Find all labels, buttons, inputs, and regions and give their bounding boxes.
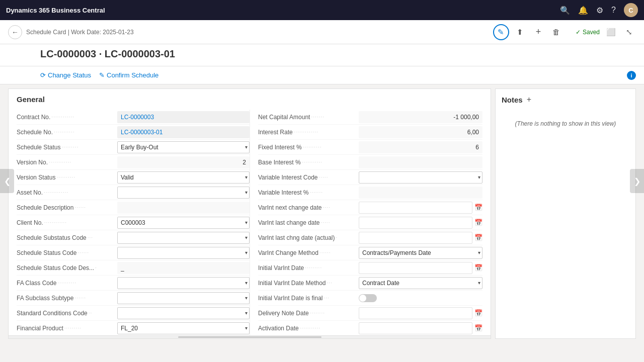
base-interest-pct-input[interactable] [359, 156, 482, 168]
field-row-version-status: Version Status·········· Valid Draft Con… [17, 170, 250, 185]
schedule-no-input[interactable] [117, 126, 250, 138]
financial-product-label: Financial Product········· [17, 325, 117, 332]
field-row-client-no: Client No.············ C000003 ▾ [17, 215, 250, 230]
interest-rate-label: Interest Rate············· [258, 129, 359, 136]
fa-subclass-subtype-select[interactable] [117, 292, 250, 304]
fixed-interest-pct-input[interactable] [359, 141, 482, 153]
initial-varint-date-method-select[interactable]: Contract Date [359, 277, 482, 289]
bell-icon[interactable]: 🔔 [578, 6, 588, 15]
calendar-icon[interactable]: 📅 [474, 204, 482, 211]
form-panel: General Contract No.············ Schedul… [8, 88, 491, 339]
top-icons: 🔍 🔔 ⚙ ? C [560, 3, 638, 17]
field-row-schedule-description: Schedule Description······ [17, 200, 250, 215]
expand-button[interactable]: ⤡ [622, 25, 636, 39]
base-interest-pct-label: Base Interest %··········· [258, 159, 359, 166]
fixed-interest-pct-label: Fixed Interest %·········· [258, 144, 359, 151]
varint-last-chng-date-actual-input[interactable] [359, 232, 472, 244]
calendar-icon[interactable]: 📅 [474, 324, 482, 332]
schedule-status-select[interactable]: Early Buy-Out Active Closed [117, 141, 250, 153]
next-nav-arrow[interactable]: ❯ [630, 169, 644, 193]
standard-conditions-code-select[interactable] [117, 307, 250, 319]
notes-empty-message: (There is nothing to show in this view) [502, 120, 629, 127]
scroll-thumb[interactable] [178, 336, 321, 338]
field-row-variable-interest-pct: Variable Interest %······· [258, 185, 482, 200]
right-column: Net Capital Amount······· Interest Rate·… [250, 110, 482, 335]
version-status-select[interactable]: Valid Draft Confirmed [117, 171, 250, 184]
prev-nav-arrow[interactable]: ❮ [0, 169, 14, 193]
financial-product-select-wrapper: FL_20 ▾ [117, 322, 250, 334]
initial-varint-date-is-final-toggle[interactable] [359, 294, 377, 302]
notes-header: Notes + [502, 95, 629, 104]
initial-varint-date-method-select-wrapper: Contract Date ▾ [359, 277, 482, 289]
confirm-schedule-button[interactable]: ✎ Confirm Schedule [99, 69, 158, 81]
schedule-substatus-code-select[interactable] [117, 232, 250, 244]
field-row-schedule-substatus-code: Schedule Substatus Code··· ▾ [17, 230, 250, 245]
varint-change-method-label: VarInt Change Method······ [258, 249, 359, 256]
varint-next-change-date-label: VarInt next change date···· [258, 204, 359, 211]
notes-add-button[interactable]: + [527, 95, 531, 104]
version-status-select-wrapper: Valid Draft Confirmed ▾ [117, 171, 250, 184]
new-window-button[interactable]: ⬜ [604, 25, 618, 39]
gear-icon[interactable]: ⚙ [596, 6, 603, 15]
schedule-status-code-select-wrapper: ▾ [117, 247, 250, 259]
fa-class-code-select-wrapper: ▾ [117, 277, 250, 289]
schedule-status-code-des-input[interactable] [117, 262, 250, 274]
version-no-label: Version No.············ [17, 159, 117, 166]
delete-button[interactable]: 🗑 [549, 25, 564, 39]
field-row-asset-no: Asset No.············· ▾ [17, 185, 250, 200]
calendar-icon[interactable]: 📅 [474, 219, 482, 226]
initial-varint-date-input[interactable] [359, 262, 472, 274]
variable-interest-code-select[interactable] [359, 171, 482, 184]
varint-next-change-date-input[interactable] [359, 202, 472, 214]
financial-product-select[interactable]: FL_20 [117, 322, 250, 334]
edit-button[interactable]: ✎ [493, 24, 509, 40]
initial-varint-date-label: Initial VarInt Date········· [258, 264, 359, 272]
activation-date-label: Activation Date··········· [258, 325, 359, 332]
contract-no-input[interactable] [117, 111, 250, 123]
action-bar: ⟳ Change Status ✎ Confirm Schedule i [0, 66, 644, 84]
variable-interest-pct-input[interactable] [359, 187, 482, 199]
field-row-varint-next-change-date: VarInt next change date···· 📅 [258, 200, 482, 215]
field-row-schedule-status-code-des: Schedule Status Code Des...· [17, 260, 250, 276]
field-row-schedule-no: Schedule No.··········· [17, 125, 250, 140]
info-icon[interactable]: i [627, 71, 636, 80]
back-button[interactable]: ← [8, 25, 22, 39]
help-icon[interactable]: ? [611, 6, 616, 15]
fa-subclass-subtype-select-wrapper: ▾ [117, 292, 250, 304]
change-status-button[interactable]: ⟳ Change Status [40, 69, 91, 81]
share-button[interactable]: ⬆ [513, 25, 527, 39]
delivery-note-date-wrapper: 📅 [359, 307, 482, 319]
confirm-schedule-icon: ✎ [99, 71, 105, 79]
schedule-description-input[interactable] [117, 202, 250, 214]
delivery-note-date-input[interactable] [359, 307, 472, 319]
form-scroll-area[interactable]: General Contract No.············ Schedul… [9, 89, 491, 335]
field-row-version-no: Version No.············ [17, 155, 250, 170]
field-row-fa-class-code: FA Class Code·········· ▾ [17, 276, 250, 291]
calendar-icon[interactable]: 📅 [474, 234, 482, 241]
varint-last-change-date-input[interactable] [359, 217, 472, 229]
field-row-interest-rate: Interest Rate············· [258, 125, 482, 140]
change-status-icon: ⟳ [40, 71, 46, 79]
asset-no-select[interactable] [117, 187, 250, 199]
net-capital-amount-input[interactable] [359, 111, 482, 123]
user-avatar[interactable]: C [624, 3, 638, 17]
varint-change-method-select[interactable]: Contracts/Payments Date [359, 247, 482, 259]
fa-class-code-select[interactable] [117, 277, 250, 289]
activation-date-input[interactable] [359, 322, 472, 334]
calendar-icon[interactable]: 📅 [474, 309, 482, 317]
page-title-area: LC-0000003 · LC-0000003-01 [0, 44, 644, 66]
client-no-select[interactable]: C000003 [117, 217, 250, 229]
interest-rate-input[interactable] [359, 126, 482, 138]
field-row-contract-no: Contract No.············ [17, 110, 250, 125]
field-row-delivery-note-date: Delivery Note Date········ 📅 [258, 306, 482, 321]
standard-conditions-code-select-wrapper: ▾ [117, 307, 250, 319]
variable-interest-code-label: Variable Interest Code····· [258, 174, 359, 181]
schedule-status-code-select[interactable] [117, 247, 250, 259]
left-column: Contract No.············ Schedule No.···… [17, 110, 250, 335]
calendar-icon[interactable]: 📅 [474, 264, 482, 272]
field-row-initial-varint-date-method: Initial VarInt Date Method··· Contract D… [258, 276, 482, 291]
search-icon[interactable]: 🔍 [560, 6, 570, 15]
add-button[interactable]: + [531, 25, 545, 39]
version-no-input[interactable] [117, 156, 250, 168]
varint-last-change-date-wrapper: 📅 [359, 217, 482, 229]
